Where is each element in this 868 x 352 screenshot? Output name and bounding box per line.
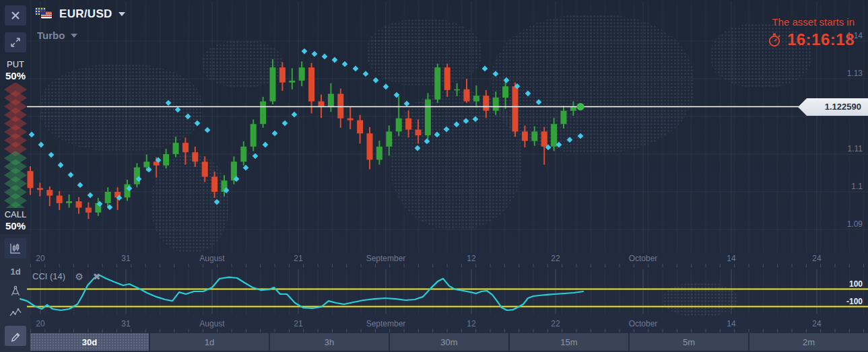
chart-type-button[interactable] xyxy=(5,238,26,258)
timeframe-2m[interactable]: 2m xyxy=(749,333,868,351)
chevron-down-icon xyxy=(119,12,125,16)
candlestick-chart-icon xyxy=(9,242,22,255)
time-axis-label: August xyxy=(199,254,224,263)
time-axis-label: October xyxy=(629,254,658,263)
asset-pair-label: EUR/USD xyxy=(59,7,112,21)
collapse-chart-button[interactable] xyxy=(5,32,26,52)
price-chart[interactable] xyxy=(0,0,868,352)
time-axis-label: 21 xyxy=(294,254,302,263)
timeframe-5m[interactable]: 5m xyxy=(630,333,748,351)
price-axis-label: 1.1 xyxy=(851,182,863,191)
time-axis-label: 24 xyxy=(812,319,821,328)
time-axis-label: 24 xyxy=(812,254,821,263)
price-axis-label: 1.09 xyxy=(847,219,863,229)
time-axis-label: 31 xyxy=(121,319,130,328)
drawing-tools-button[interactable] xyxy=(5,281,26,302)
timeframe-bar: 30d1d3h30m15m5m2m xyxy=(30,333,868,351)
cci-close-icon[interactable]: ✖ xyxy=(93,272,101,281)
time-axis-label: 14 xyxy=(727,319,735,328)
time-axis-label: 21 xyxy=(294,319,302,328)
time-axis-label: 22 xyxy=(551,319,560,328)
cci-settings-gear-icon[interactable]: ⚙ xyxy=(75,272,84,281)
cci-indicator-header: CCI (14) ⚙ ✖ xyxy=(32,271,100,281)
current-price-tag: 1.122590 xyxy=(798,98,868,116)
price-axis-label: 1.11 xyxy=(848,144,863,153)
pencil-icon xyxy=(9,329,22,343)
timeframe-1d[interactable]: 1d xyxy=(150,333,269,351)
timer-countdown: 16:16:18 xyxy=(787,30,855,49)
time-axis-indicator: 2031August21September1222October1424 xyxy=(0,319,868,330)
indicators-button[interactable] xyxy=(5,303,26,323)
instrument-type-selector[interactable]: Turbo xyxy=(37,30,77,41)
stopwatch-icon xyxy=(767,32,782,48)
currency-flags-icon xyxy=(35,7,54,22)
draw-pencil-button[interactable] xyxy=(5,326,26,346)
interval-button[interactable]: 1d xyxy=(5,261,26,281)
compass-icon xyxy=(9,285,22,298)
time-axis-main: 2031August21September1222October1424 xyxy=(0,254,868,265)
close-icon xyxy=(11,11,20,20)
asset-pair-selector[interactable]: EUR/USD xyxy=(35,7,125,22)
timeframe-30d[interactable]: 30d xyxy=(30,333,149,351)
cci-indicator-label: CCI (14) xyxy=(32,271,65,281)
us-flag-icon xyxy=(41,11,52,19)
time-axis-label: 22 xyxy=(551,254,560,263)
time-axis-label: 20 xyxy=(36,319,44,328)
asset-start-timer: The asset starts in 16:16:18 xyxy=(767,16,855,49)
timeframe-30m[interactable]: 30m xyxy=(390,333,508,351)
trading-platform: 1.141.131.111.11.09 2031August21Septembe… xyxy=(0,0,868,352)
interval-label: 1d xyxy=(10,267,20,277)
current-price-value: 1.122590 xyxy=(825,102,861,112)
time-axis-label: 14 xyxy=(727,254,735,263)
timeframe-15m[interactable]: 15m xyxy=(510,333,628,351)
time-axis-label: 31 xyxy=(121,254,130,263)
time-axis-label: August xyxy=(199,319,224,328)
indicator-line-icon xyxy=(9,306,22,320)
timeframe-3h[interactable]: 3h xyxy=(270,333,389,351)
price-axis-label: 1.13 xyxy=(847,69,863,78)
cci-lower-level-label: -100 xyxy=(846,297,863,306)
instrument-type-label: Turbo xyxy=(37,30,65,41)
collapse-arrows-icon xyxy=(10,37,21,48)
cci-upper-level-label: 100 xyxy=(849,279,863,289)
chevron-down-icon xyxy=(71,34,77,38)
time-axis-label: 12 xyxy=(467,319,475,328)
close-asset-button[interactable] xyxy=(5,5,26,26)
time-axis-label: September xyxy=(366,254,406,263)
time-axis-label: 20 xyxy=(36,254,44,263)
time-axis-label: October xyxy=(629,319,658,328)
time-axis-label: September xyxy=(366,319,406,328)
time-axis-label: 12 xyxy=(467,254,475,263)
chart-tools-rail: 1d xyxy=(0,234,30,352)
timer-message: The asset starts in xyxy=(767,16,855,28)
